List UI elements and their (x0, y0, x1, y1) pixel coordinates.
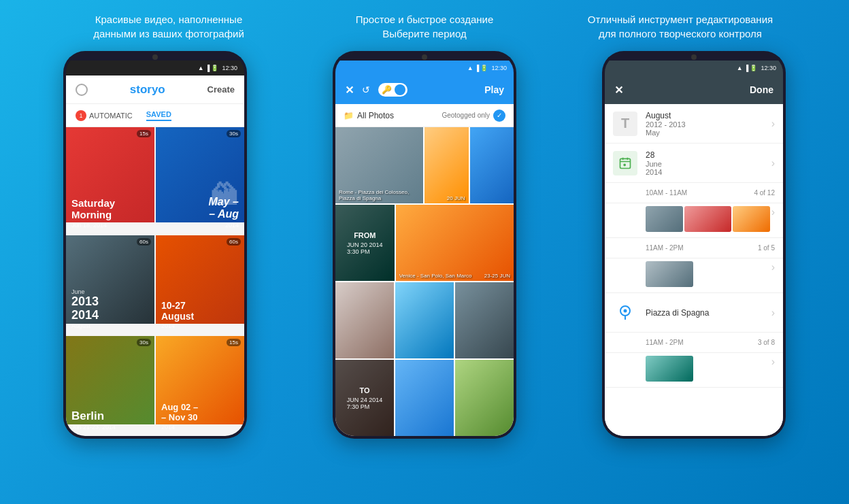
p3-time-row-1: 10AM - 11AM 4 of 12 (605, 183, 783, 203)
refresh-icon[interactable]: ↺ (362, 84, 370, 95)
photo-thumb[interactable]: FROM JUN 20 20143:30 PM (335, 205, 395, 281)
p3-item-date[interactable]: 28 June 2014 › (605, 144, 783, 183)
header: Красивые видео, наполненные данными из в… (0, 0, 849, 48)
chevron-right-icon4: › (771, 261, 775, 287)
time-label2: 11AM - 2PM (646, 244, 750, 252)
grid-cell-2[interactable]: 🏔 30s May –– Aug 2014 (156, 127, 244, 234)
svg-rect-4 (624, 163, 626, 165)
p3-time-row-3: 11AM - 2PM 3 of 8 (605, 333, 783, 353)
chevron-right-icon3: › (771, 206, 775, 232)
geotagged-checkbox[interactable]: ✓ (493, 110, 505, 122)
duration-badge: 60s (137, 238, 151, 246)
clock: 12:30 (222, 65, 237, 71)
close-icon[interactable]: ✕ (345, 84, 354, 97)
play-button[interactable]: Play (484, 84, 504, 95)
strip-thumb[interactable] (646, 206, 683, 232)
header-col3: Отличный инструмент редактирования для п… (554, 12, 807, 41)
phone2-status-bar: ▲ ▐ 🔋 12:30 (335, 61, 514, 75)
phone1: ▲ ▐ 🔋 12:30 storyo Create 1 AUTOMATIC SA… (63, 51, 247, 439)
photo-thumb[interactable] (470, 127, 514, 203)
cell-title: Aug 02 –– Nov 30 (161, 403, 198, 423)
photo-strip-1: › (605, 203, 783, 238)
cell-date: 2014 (161, 424, 198, 431)
photo-thumb[interactable]: Venice - San Polo, San Marco 23-25 JUN (396, 205, 514, 281)
phone3-status-bar: ▲ ▐ 🔋 12:30 (605, 61, 783, 75)
cell-title: 20132014 (71, 295, 99, 322)
grid-cell-6[interactable]: 15s Aug 02 –– Nov 30 2014 (156, 336, 244, 436)
clock2: 12:30 (491, 65, 507, 71)
done-button[interactable]: Done (750, 84, 773, 95)
battery-icon: 🔋 (211, 65, 218, 71)
cell-title: SaturdayMorning (71, 197, 115, 221)
photo-grid-area: Rome - Piazza dei Colosseo, Piazza di Sp… (335, 127, 514, 436)
photo-date2: 23-25 JUN (484, 273, 510, 279)
tab-saved[interactable]: SAVED (146, 110, 171, 121)
tab-badge: 1 (76, 110, 86, 121)
phones-row: ▲ ▐ 🔋 12:30 storyo Create 1 AUTOMATIC SA… (0, 51, 849, 439)
strip-thumb3[interactable] (646, 356, 693, 382)
cell-title: May –– Aug (209, 196, 239, 221)
wifi-icon: ▲ ▐ (198, 65, 210, 71)
battery-icon2: 🔋 (480, 65, 488, 71)
photo-grid: 15s SaturdayMorning Jun 18, 2014 🏔 30s (66, 127, 244, 436)
duration-badge: 30s (227, 130, 241, 137)
time-label1: 10AM - 11AM (646, 189, 746, 197)
photo-thumb[interactable] (335, 282, 394, 358)
chevron-right-icon: › (771, 118, 775, 130)
phone1-topbar: storyo Create (66, 75, 244, 104)
photo-thumb[interactable]: TO JUN 24 20147:30 PM (335, 360, 394, 436)
photo-thumb[interactable] (455, 282, 514, 358)
grid-cell-4[interactable]: 60s 10-27August 2014 (156, 235, 244, 335)
p3-item-location[interactable]: Piazza di Spagna › (605, 293, 783, 333)
toggle-switch[interactable]: 🔑 (378, 83, 407, 97)
photo-thumb[interactable] (455, 360, 514, 436)
location-label: Rome - Piazza dei Colosseo, Piazza di Sp… (339, 189, 423, 201)
photo-strip-2: › (605, 258, 783, 293)
close-icon3[interactable]: ✕ (614, 84, 623, 97)
gear-icon[interactable] (76, 84, 88, 96)
phone3-content: T August 2012 - 2013 May › (605, 104, 783, 436)
count3: 3 of 8 (758, 339, 775, 346)
svg-rect-0 (620, 158, 631, 168)
grid-cell-3[interactable]: 60s June 20132014 August (66, 235, 154, 335)
photo-thumb[interactable]: Rome - Piazza dei Colosseo, Piazza di Sp… (335, 127, 423, 203)
all-photos-label[interactable]: All Photos (357, 111, 394, 120)
phone1-status-bar: ▲ ▐ 🔋 12:30 (66, 61, 244, 75)
strip-thumb2[interactable] (646, 261, 693, 287)
from-overlay: FROM JUN 20 20143:30 PM (335, 205, 395, 281)
geotagged-label: Geotogged only (442, 112, 490, 119)
header-text3: Отличный инструмент редактирования для п… (588, 14, 773, 39)
photo-date: 20 JUN (447, 195, 465, 201)
grid-cell-5[interactable]: 30s Berlin Jun 21-23, 2014 (66, 336, 154, 436)
title-text: August (646, 111, 763, 120)
header-text2: Простое и быстрое создание Выберите пери… (356, 14, 494, 39)
header-col2: Простое и быстрое создание Выберите пери… (298, 12, 551, 41)
toggle-knob (395, 84, 405, 95)
cell-date: 2014 (209, 222, 239, 229)
photo-row-4: TO JUN 24 20147:30 PM (335, 360, 514, 436)
chevron-right-icon5: › (771, 307, 775, 319)
p3-item-title[interactable]: T August 2012 - 2013 May › (605, 104, 783, 144)
count1: 4 of 12 (754, 189, 775, 197)
cell-date: Jun 18, 2014 (71, 222, 115, 229)
header-col1: Красивые видео, наполненные данными из в… (42, 12, 295, 41)
photo-thumb[interactable]: 20 JUN (424, 127, 469, 203)
header-text1: Красивые видео, наполненные данными из в… (93, 14, 244, 39)
tab-auto-label: AUTOMATIC (89, 112, 133, 120)
photo-thumb[interactable] (395, 282, 454, 358)
tab-automatic[interactable]: 1 AUTOMATIC (76, 110, 133, 121)
text-title-icon: T (613, 112, 637, 136)
strip-thumb[interactable] (733, 206, 770, 232)
create-button[interactable]: Create (207, 84, 235, 95)
photo-strip-3: › (605, 353, 783, 388)
cell-date: 2014 (161, 322, 194, 329)
chevron-right-icon2: › (771, 157, 775, 169)
folder-icon: 📁 (344, 111, 354, 120)
battery-icon3: 🔋 (750, 65, 757, 71)
strip-thumb[interactable] (684, 206, 731, 232)
photo-row-2: FROM JUN 20 20143:30 PM Venice - San Pol… (335, 205, 514, 281)
grid-cell-1[interactable]: 15s SaturdayMorning Jun 18, 2014 (66, 127, 154, 234)
photo-thumb[interactable] (395, 360, 454, 436)
cell-title: Berlin (71, 409, 116, 423)
duration-badge: 30s (137, 339, 151, 346)
